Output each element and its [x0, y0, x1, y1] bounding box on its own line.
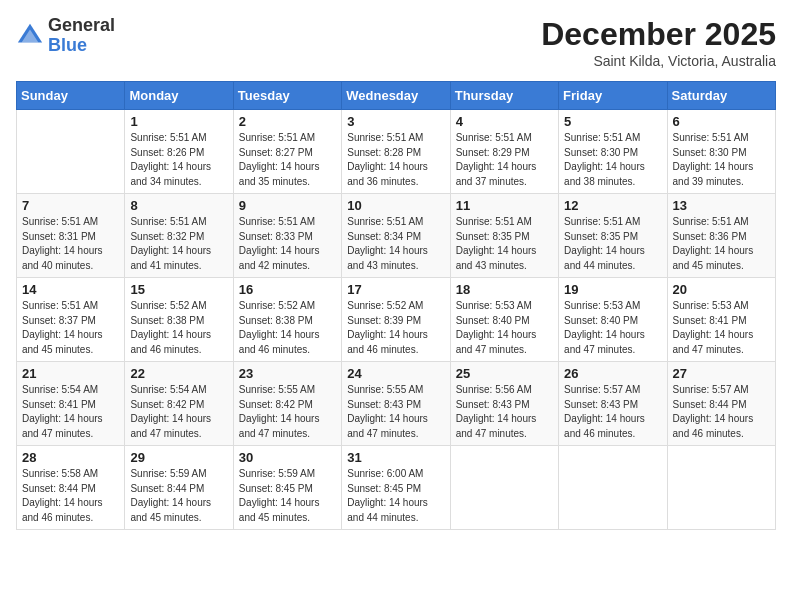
day-number: 2 [239, 114, 336, 129]
calendar-cell [450, 446, 558, 530]
calendar-cell: 1Sunrise: 5:51 AM Sunset: 8:26 PM Daylig… [125, 110, 233, 194]
calendar-cell: 18Sunrise: 5:53 AM Sunset: 8:40 PM Dayli… [450, 278, 558, 362]
day-number: 13 [673, 198, 770, 213]
calendar-cell: 22Sunrise: 5:54 AM Sunset: 8:42 PM Dayli… [125, 362, 233, 446]
calendar-cell: 2Sunrise: 5:51 AM Sunset: 8:27 PM Daylig… [233, 110, 341, 194]
day-info: Sunrise: 5:52 AM Sunset: 8:38 PM Dayligh… [239, 299, 336, 357]
day-number: 18 [456, 282, 553, 297]
day-number: 22 [130, 366, 227, 381]
day-info: Sunrise: 5:51 AM Sunset: 8:36 PM Dayligh… [673, 215, 770, 273]
day-info: Sunrise: 5:59 AM Sunset: 8:45 PM Dayligh… [239, 467, 336, 525]
day-info: Sunrise: 5:59 AM Sunset: 8:44 PM Dayligh… [130, 467, 227, 525]
day-info: Sunrise: 5:51 AM Sunset: 8:26 PM Dayligh… [130, 131, 227, 189]
day-info: Sunrise: 5:53 AM Sunset: 8:40 PM Dayligh… [456, 299, 553, 357]
calendar-cell: 4Sunrise: 5:51 AM Sunset: 8:29 PM Daylig… [450, 110, 558, 194]
calendar-week-row: 14Sunrise: 5:51 AM Sunset: 8:37 PM Dayli… [17, 278, 776, 362]
calendar-cell: 23Sunrise: 5:55 AM Sunset: 8:42 PM Dayli… [233, 362, 341, 446]
day-number: 23 [239, 366, 336, 381]
logo-general: General [48, 15, 115, 35]
day-info: Sunrise: 5:51 AM Sunset: 8:37 PM Dayligh… [22, 299, 119, 357]
day-number: 19 [564, 282, 661, 297]
day-number: 1 [130, 114, 227, 129]
calendar-cell: 15Sunrise: 5:52 AM Sunset: 8:38 PM Dayli… [125, 278, 233, 362]
day-number: 16 [239, 282, 336, 297]
day-number: 4 [456, 114, 553, 129]
day-number: 15 [130, 282, 227, 297]
day-number: 29 [130, 450, 227, 465]
day-info: Sunrise: 5:51 AM Sunset: 8:30 PM Dayligh… [564, 131, 661, 189]
calendar-cell: 21Sunrise: 5:54 AM Sunset: 8:41 PM Dayli… [17, 362, 125, 446]
calendar-week-row: 7Sunrise: 5:51 AM Sunset: 8:31 PM Daylig… [17, 194, 776, 278]
calendar-cell: 14Sunrise: 5:51 AM Sunset: 8:37 PM Dayli… [17, 278, 125, 362]
calendar-cell: 6Sunrise: 5:51 AM Sunset: 8:30 PM Daylig… [667, 110, 775, 194]
day-info: Sunrise: 5:51 AM Sunset: 8:27 PM Dayligh… [239, 131, 336, 189]
calendar-cell [17, 110, 125, 194]
weekday-header: Friday [559, 82, 667, 110]
calendar-cell: 25Sunrise: 5:56 AM Sunset: 8:43 PM Dayli… [450, 362, 558, 446]
calendar-cell: 13Sunrise: 5:51 AM Sunset: 8:36 PM Dayli… [667, 194, 775, 278]
day-number: 17 [347, 282, 444, 297]
calendar-cell: 16Sunrise: 5:52 AM Sunset: 8:38 PM Dayli… [233, 278, 341, 362]
calendar-cell: 9Sunrise: 5:51 AM Sunset: 8:33 PM Daylig… [233, 194, 341, 278]
calendar-cell: 27Sunrise: 5:57 AM Sunset: 8:44 PM Dayli… [667, 362, 775, 446]
calendar-cell: 20Sunrise: 5:53 AM Sunset: 8:41 PM Dayli… [667, 278, 775, 362]
day-info: Sunrise: 5:58 AM Sunset: 8:44 PM Dayligh… [22, 467, 119, 525]
day-info: Sunrise: 5:51 AM Sunset: 8:35 PM Dayligh… [564, 215, 661, 273]
logo: General Blue [16, 16, 115, 56]
calendar-week-row: 21Sunrise: 5:54 AM Sunset: 8:41 PM Dayli… [17, 362, 776, 446]
day-info: Sunrise: 5:53 AM Sunset: 8:41 PM Dayligh… [673, 299, 770, 357]
day-number: 28 [22, 450, 119, 465]
day-info: Sunrise: 5:51 AM Sunset: 8:33 PM Dayligh… [239, 215, 336, 273]
day-number: 20 [673, 282, 770, 297]
day-number: 3 [347, 114, 444, 129]
calendar-table: SundayMondayTuesdayWednesdayThursdayFrid… [16, 81, 776, 530]
calendar-cell: 30Sunrise: 5:59 AM Sunset: 8:45 PM Dayli… [233, 446, 341, 530]
day-number: 21 [22, 366, 119, 381]
day-info: Sunrise: 5:51 AM Sunset: 8:31 PM Dayligh… [22, 215, 119, 273]
calendar-header-row: SundayMondayTuesdayWednesdayThursdayFrid… [17, 82, 776, 110]
calendar-cell: 8Sunrise: 5:51 AM Sunset: 8:32 PM Daylig… [125, 194, 233, 278]
day-info: Sunrise: 5:51 AM Sunset: 8:29 PM Dayligh… [456, 131, 553, 189]
calendar-week-row: 28Sunrise: 5:58 AM Sunset: 8:44 PM Dayli… [17, 446, 776, 530]
day-number: 9 [239, 198, 336, 213]
calendar-cell: 7Sunrise: 5:51 AM Sunset: 8:31 PM Daylig… [17, 194, 125, 278]
calendar-cell: 24Sunrise: 5:55 AM Sunset: 8:43 PM Dayli… [342, 362, 450, 446]
calendar-week-row: 1Sunrise: 5:51 AM Sunset: 8:26 PM Daylig… [17, 110, 776, 194]
day-number: 11 [456, 198, 553, 213]
day-info: Sunrise: 6:00 AM Sunset: 8:45 PM Dayligh… [347, 467, 444, 525]
day-info: Sunrise: 5:51 AM Sunset: 8:28 PM Dayligh… [347, 131, 444, 189]
calendar-cell: 29Sunrise: 5:59 AM Sunset: 8:44 PM Dayli… [125, 446, 233, 530]
day-number: 26 [564, 366, 661, 381]
day-info: Sunrise: 5:51 AM Sunset: 8:32 PM Dayligh… [130, 215, 227, 273]
day-info: Sunrise: 5:57 AM Sunset: 8:44 PM Dayligh… [673, 383, 770, 441]
day-info: Sunrise: 5:55 AM Sunset: 8:42 PM Dayligh… [239, 383, 336, 441]
day-number: 6 [673, 114, 770, 129]
day-number: 7 [22, 198, 119, 213]
day-number: 31 [347, 450, 444, 465]
day-number: 30 [239, 450, 336, 465]
page-header: General Blue December 2025 Saint Kilda, … [16, 16, 776, 69]
day-number: 27 [673, 366, 770, 381]
day-info: Sunrise: 5:51 AM Sunset: 8:34 PM Dayligh… [347, 215, 444, 273]
calendar-cell: 19Sunrise: 5:53 AM Sunset: 8:40 PM Dayli… [559, 278, 667, 362]
day-number: 14 [22, 282, 119, 297]
month-title: December 2025 [541, 16, 776, 53]
day-number: 10 [347, 198, 444, 213]
location-title: Saint Kilda, Victoria, Australia [541, 53, 776, 69]
calendar-cell: 5Sunrise: 5:51 AM Sunset: 8:30 PM Daylig… [559, 110, 667, 194]
title-section: December 2025 Saint Kilda, Victoria, Aus… [541, 16, 776, 69]
weekday-header: Wednesday [342, 82, 450, 110]
calendar-cell [559, 446, 667, 530]
day-number: 8 [130, 198, 227, 213]
logo-blue: Blue [48, 35, 87, 55]
day-info: Sunrise: 5:52 AM Sunset: 8:39 PM Dayligh… [347, 299, 444, 357]
calendar-cell: 12Sunrise: 5:51 AM Sunset: 8:35 PM Dayli… [559, 194, 667, 278]
weekday-header: Thursday [450, 82, 558, 110]
calendar-cell: 3Sunrise: 5:51 AM Sunset: 8:28 PM Daylig… [342, 110, 450, 194]
day-info: Sunrise: 5:55 AM Sunset: 8:43 PM Dayligh… [347, 383, 444, 441]
day-info: Sunrise: 5:56 AM Sunset: 8:43 PM Dayligh… [456, 383, 553, 441]
day-info: Sunrise: 5:54 AM Sunset: 8:41 PM Dayligh… [22, 383, 119, 441]
calendar-cell: 11Sunrise: 5:51 AM Sunset: 8:35 PM Dayli… [450, 194, 558, 278]
calendar-cell: 26Sunrise: 5:57 AM Sunset: 8:43 PM Dayli… [559, 362, 667, 446]
weekday-header: Monday [125, 82, 233, 110]
